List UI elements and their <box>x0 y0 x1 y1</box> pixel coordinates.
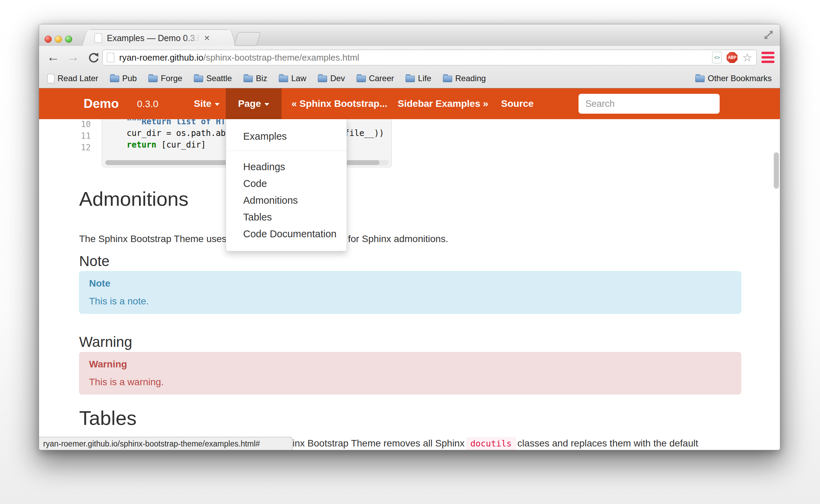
code-return-line: return [cur_dir] <box>107 139 206 151</box>
bookmarks-bar: Read Later Pub Forge Seattle Biz Law Dev <box>39 69 780 88</box>
dropdown-item-admonitions[interactable]: Admonitions <box>226 192 347 209</box>
bookmark-item[interactable]: Read Later <box>47 74 98 83</box>
bookmark-label: Biz <box>256 74 267 83</box>
bookmark-star-icon[interactable]: ☆ <box>742 52 752 63</box>
tab-title-wrap: Examples — Demo 0.3.0 d <box>107 33 200 43</box>
bookmark-folder[interactable]: Life <box>406 74 431 83</box>
bookmark-label: Seattle <box>206 74 232 83</box>
bookmark-label: Law <box>291 74 306 83</box>
folder-icon <box>244 76 253 82</box>
chevron-down-icon <box>264 103 269 106</box>
warning-alert-title: Warning <box>89 358 731 370</box>
zoom-window-button[interactable] <box>65 36 72 43</box>
tab-title-fade <box>184 33 200 43</box>
url-text[interactable]: ryan-roemer.github.io/sphinx-bootstrap-t… <box>119 52 712 63</box>
folder-icon <box>443 76 452 82</box>
bookmark-label: Read Later <box>58 74 98 83</box>
navbar-brand[interactable]: Demo <box>84 88 119 119</box>
folder-icon <box>110 76 119 82</box>
dropdown-item-code[interactable]: Code <box>226 175 347 192</box>
code-line-numbers: 10 11 12 <box>79 118 91 153</box>
bookmark-folder[interactable]: Career <box>357 74 394 83</box>
browser-tab[interactable]: Examples — Demo 0.3.0 d × <box>89 29 229 46</box>
browser-window: Examples — Demo 0.3.0 d × ← → <box>39 24 780 450</box>
close-window-button[interactable] <box>45 36 52 43</box>
paragraph-text: classes and replaces them with the defau… <box>518 438 698 449</box>
warning-heading: Warning <box>79 333 132 351</box>
dropdown-item-examples[interactable]: Examples <box>226 127 347 145</box>
folder-icon <box>357 76 366 82</box>
url-page-icon <box>107 53 114 62</box>
bookmark-label: Other Bookmarks <box>708 74 772 83</box>
warning-alert-box: Warning This is a warning. <box>79 352 741 394</box>
link-status-bubble: ryan-roemer.github.io/sphinx-bootstrap-t… <box>39 437 293 450</box>
keyword-token: return <box>107 140 157 150</box>
adblock-plus-icon[interactable]: ABP <box>726 52 737 63</box>
minimize-window-button[interactable] <box>55 36 62 43</box>
bookmark-label: Forge <box>161 74 182 83</box>
search-input[interactable] <box>579 94 720 114</box>
dropdown-divider <box>226 151 347 151</box>
bookmark-folder[interactable]: Reading <box>443 74 486 83</box>
refresh-button[interactable] <box>88 52 99 64</box>
folder-icon <box>279 76 288 82</box>
fullscreen-expand-icon[interactable] <box>763 30 774 40</box>
new-tab-button[interactable] <box>234 32 261 46</box>
page-dropdown-menu: Examples Headings Code Admonitions Table… <box>226 119 347 251</box>
line-number: 12 <box>79 142 91 153</box>
chevron-down-icon <box>215 103 220 106</box>
code-token: [cur_dir] <box>157 140 206 150</box>
bookmark-folder[interactable]: Seattle <box>194 74 232 83</box>
nav-source-link[interactable]: Source <box>501 88 534 119</box>
dropdown-item-code-documentation[interactable]: Code Documentation <box>226 226 347 242</box>
chrome-menu-icon[interactable] <box>761 52 774 63</box>
dropdown-item-headings[interactable]: Headings <box>226 159 347 175</box>
bookmark-folder[interactable]: Dev <box>318 74 345 83</box>
tables-heading: Tables <box>79 407 137 429</box>
folder-icon <box>318 76 327 82</box>
web-page: Demo 0.3.0 Site Page « Sphinx Bootstrap.… <box>39 88 780 450</box>
bookmark-label: Pub <box>122 74 137 83</box>
line-number: 11 <box>79 130 91 142</box>
nav-next-link[interactable]: Sidebar Examples » <box>398 88 488 119</box>
navbar-version: 0.3.0 <box>137 88 158 120</box>
other-bookmarks-folder[interactable]: Other Bookmarks <box>695 74 772 83</box>
bookmark-folder[interactable]: Law <box>279 74 306 83</box>
bookmark-folder[interactable]: Pub <box>110 74 137 83</box>
folder-icon <box>406 76 415 82</box>
nav-prev-link[interactable]: « Sphinx Bootstrap... <box>291 88 387 119</box>
dropdown-item-tables[interactable]: Tables <box>226 209 347 226</box>
note-alert-box: Note This is a note. <box>79 271 741 314</box>
view-source-extension-icon[interactable]: <> <box>712 52 722 63</box>
bookmark-label: Reading <box>455 74 486 83</box>
tab-favicon-page-icon <box>95 33 102 43</box>
url-path: /sphinx-bootstrap-theme/examples.html <box>203 52 359 63</box>
site-navbar: Demo 0.3.0 Site Page « Sphinx Bootstrap.… <box>39 88 780 119</box>
address-bar[interactable]: ryan-roemer.github.io/sphinx-bootstrap-t… <box>102 50 757 65</box>
bookmark-folder[interactable]: Biz <box>244 74 267 83</box>
traffic-lights <box>45 36 72 43</box>
note-heading: Note <box>79 253 110 270</box>
tables-paragraph-partial: inx Bootstrap Theme removes all Sphinx d… <box>293 438 698 450</box>
folder-icon <box>194 76 203 82</box>
folder-icon <box>695 76 705 82</box>
warning-alert-body: This is a warning. <box>89 376 731 388</box>
line-number: 10 <box>79 118 91 130</box>
tab-close-icon[interactable]: × <box>204 33 210 43</box>
inline-code-chip: docutils <box>467 438 515 450</box>
page-icon <box>47 74 54 83</box>
bookmark-folder[interactable]: Forge <box>148 74 182 83</box>
bookmark-label: Career <box>369 74 394 83</box>
forward-button[interactable]: → <box>66 46 79 69</box>
bookmark-label: Life <box>418 74 431 83</box>
bookmark-label: Dev <box>330 74 345 83</box>
omnibox-icons: <> ABP ☆ <box>712 52 752 63</box>
back-button[interactable]: ← <box>47 46 60 69</box>
folder-icon <box>148 76 158 82</box>
nav-page-dropdown-active[interactable]: Page <box>226 88 282 119</box>
nav-site-dropdown[interactable]: Site <box>194 88 220 119</box>
note-alert-title: Note <box>89 278 731 289</box>
note-alert-body: This is a note. <box>89 295 731 307</box>
page-scrollbar-thumb[interactable] <box>774 152 779 189</box>
titlebar: Examples — Demo 0.3.0 d × <box>39 24 780 46</box>
